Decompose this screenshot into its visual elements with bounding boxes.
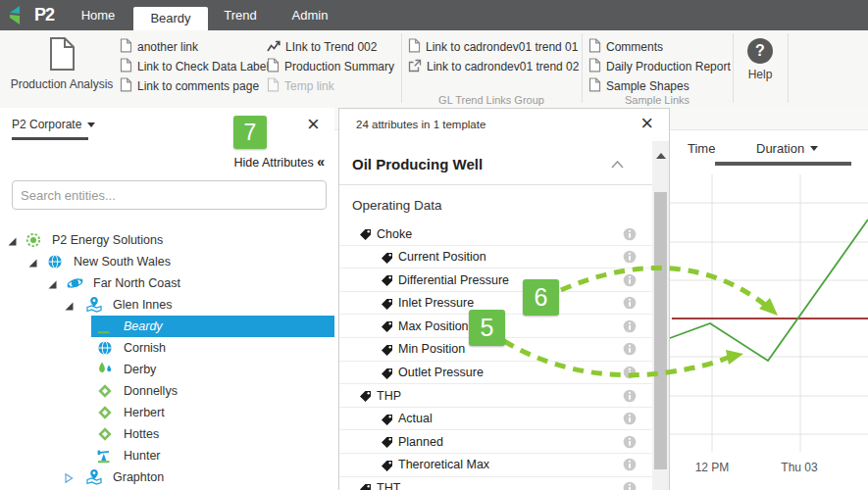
scrollbar-thumb[interactable] — [654, 192, 667, 469]
ribbon-link-label: Production Summary — [284, 60, 394, 74]
double-chevron-left-icon: « — [317, 154, 325, 170]
attribute-row-tht[interactable]: THT — [339, 477, 654, 490]
callout-step-6: 6 — [523, 279, 559, 316]
scrollbar[interactable] — [652, 141, 669, 490]
tab-beardy[interactable]: Beardy — [133, 7, 208, 30]
info-icon[interactable] — [623, 412, 637, 429]
document-icon — [120, 77, 132, 95]
help-button[interactable]: ? Help — [733, 30, 788, 107]
tree-item-donnellys[interactable]: Donnellys — [0, 380, 334, 402]
tag-icon — [359, 482, 372, 490]
attribute-label: Min Position — [398, 342, 465, 356]
ribbon-divider — [401, 33, 402, 103]
attribute-row-thp[interactable]: THP — [339, 384, 654, 408]
ribbon-link-label: Link to Check Data Label — [137, 60, 269, 74]
hierarchy-underline — [12, 137, 88, 140]
external-link-icon — [408, 59, 422, 75]
pump-icon — [97, 318, 113, 334]
network-icon — [67, 275, 82, 291]
info-icon[interactable] — [623, 366, 637, 383]
info-icon[interactable] — [623, 481, 637, 490]
ribbon-link[interactable]: Link to cadrondev01 trend 02 — [408, 57, 579, 76]
search-input[interactable] — [12, 180, 327, 210]
attribute-row-actual[interactable]: Actual — [339, 408, 654, 431]
attribute-label: Theroretical Max — [398, 458, 489, 471]
tree-item-beardy[interactable]: Beardy — [0, 316, 334, 337]
tree-item-hottes[interactable]: Hottes — [0, 423, 334, 445]
production-analysis-button[interactable]: Production Analysis — [4, 32, 120, 105]
tree-item-cornish[interactable]: Cornish — [0, 337, 334, 359]
tree-item-herbert[interactable]: Herbert — [0, 402, 334, 423]
ribbon-link[interactable]: Sample Shapes — [588, 76, 689, 96]
tree-item-p2-energy-solutions[interactable]: P2 Energy Solutions — [0, 229, 334, 251]
attribute-row-planned[interactable]: Planned — [339, 430, 654, 454]
info-icon[interactable] — [623, 227, 637, 245]
ribbon-link[interactable]: Daily Production Report — [588, 57, 731, 76]
info-icon[interactable] — [623, 342, 637, 360]
tag-icon — [359, 389, 372, 407]
ribbon-link[interactable]: LInk to Trend 002 — [267, 37, 377, 57]
ribbon-link-label: Link to cadrondev01 trend 02 — [427, 60, 579, 74]
scroll-up-icon[interactable] — [656, 153, 666, 159]
tree-item-label: Derby — [124, 363, 156, 376]
info-icon[interactable] — [623, 296, 637, 314]
tree-item-graphton[interactable]: Graphton — [0, 466, 334, 488]
collapse-arrow-icon[interactable] — [48, 278, 57, 287]
info-icon[interactable] — [623, 435, 637, 453]
tag-icon — [381, 343, 393, 361]
callout-step-7: 7 — [233, 116, 267, 149]
expand-arrow-icon[interactable] — [65, 472, 74, 481]
p2-logo: P2 — [7, 3, 54, 27]
info-icon[interactable] — [623, 389, 637, 407]
application-window: P2 HomeBeardyTrendAdmin Production Analy… — [0, 0, 868, 490]
tree-item-glen-innes[interactable]: Glen Innes — [0, 294, 334, 316]
ribbon-link-label: Daily Production Report — [606, 60, 731, 74]
tree-item-label: Hunter — [124, 449, 161, 463]
hide-attributes-button[interactable]: Hide Attributes « — [233, 154, 325, 170]
tree-item-far-north-coast[interactable]: Far North Coast — [0, 272, 334, 294]
close-icon[interactable]: × — [307, 114, 320, 135]
info-icon[interactable] — [623, 250, 637, 268]
ribbon-link[interactable]: Production Summary — [267, 57, 394, 76]
attribute-row-choke[interactable]: Choke — [339, 222, 654, 246]
info-icon[interactable] — [623, 273, 637, 291]
ribbon-link[interactable]: Link to Check Data Label — [120, 57, 269, 76]
chart-grid — [670, 174, 868, 452]
info-icon[interactable] — [623, 319, 637, 337]
attribute-label: THT — [377, 481, 400, 490]
tree-item-hunter[interactable]: Hunter — [0, 445, 334, 466]
p2-logo-text: P2 — [34, 5, 54, 25]
ribbon-link[interactable]: Link to comments page — [120, 76, 259, 96]
attribute-row-outlet-pressure[interactable]: Outlet Pressure — [339, 362, 654, 385]
document-icon — [267, 58, 280, 75]
tree-item-new-south-wales[interactable]: New South Wales — [0, 251, 334, 272]
attribute-row-current-position[interactable]: Current Position — [339, 246, 654, 270]
tab-home[interactable]: Home — [63, 0, 133, 30]
valve-icon — [97, 426, 113, 442]
attribute-label: Choke — [377, 227, 412, 241]
tab-trend[interactable]: Trend — [208, 0, 273, 30]
attribute-row-theroretical-max[interactable]: Theroretical Max — [339, 454, 654, 477]
tag-icon — [381, 435, 393, 453]
tree-item-derby[interactable]: Derby — [0, 359, 334, 380]
collapse-arrow-icon[interactable] — [8, 235, 17, 244]
attribute-list: ChokeCurrent PositionDifferential Pressu… — [339, 222, 654, 490]
info-icon[interactable] — [623, 458, 637, 475]
ribbon-link[interactable]: another link — [120, 37, 198, 57]
ribbon-link-label: LInk to Trend 002 — [285, 40, 377, 54]
tree-item-label: Beardy — [124, 319, 163, 333]
hierarchy-selector[interactable]: P2 Corporate — [12, 118, 95, 131]
tree-item-label: Glen Innes — [113, 298, 172, 312]
tab-admin[interactable]: Admin — [273, 0, 347, 30]
section-title: Operating Data — [352, 198, 442, 213]
tag-icon — [381, 367, 393, 384]
attribute-row-differential-pressure[interactable]: Differential Pressure — [339, 269, 654, 292]
ribbon-link[interactable]: Comments — [588, 37, 663, 57]
tag-icon — [381, 273, 393, 291]
close-icon[interactable]: × — [640, 113, 653, 134]
chevron-up-icon[interactable] — [611, 161, 624, 169]
collapse-arrow-icon[interactable] — [28, 257, 37, 266]
ribbon-link[interactable]: Link to cadrondev01 trend 01 — [408, 37, 578, 57]
collapse-arrow-icon[interactable] — [65, 300, 74, 309]
document-icon — [120, 58, 132, 75]
